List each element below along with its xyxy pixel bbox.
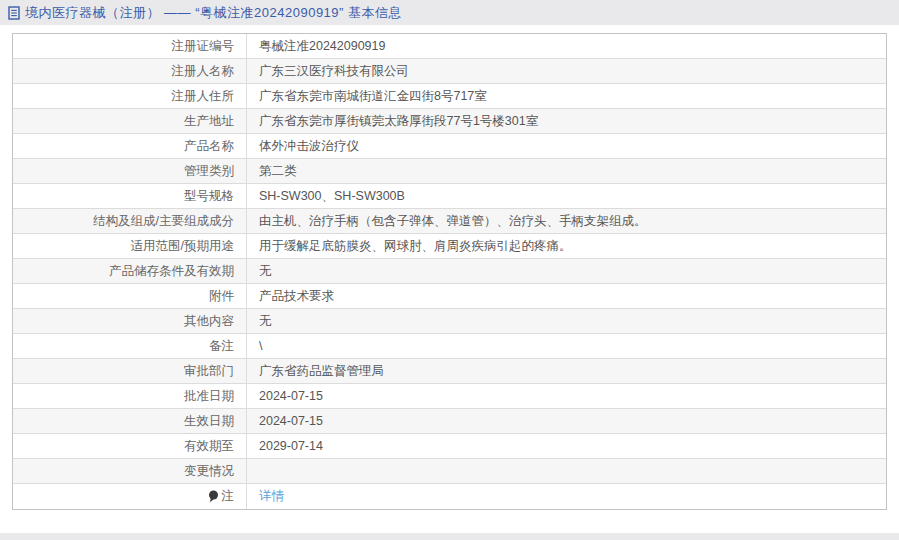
row-value: 无 xyxy=(247,259,886,283)
table-row: 结构及组成/主要组成成分 由主机、治疗手柄（包含子弹体、弹道管）、治疗头、手柄支… xyxy=(13,209,886,234)
table-row: 审批部门 广东省药品监督管理局 xyxy=(13,359,886,384)
row-label-text: 产品名称 xyxy=(184,138,234,155)
page-title: 境内医疗器械（注册） —— “粤械注准20242090919” 基本信息 xyxy=(25,4,402,22)
table-row: 生效日期 2024-07-15 xyxy=(13,409,886,434)
row-label-text: 其他内容 xyxy=(184,313,234,330)
table-row: 注册证编号 粤械注准20242090919 xyxy=(13,34,886,59)
row-label-text: 型号规格 xyxy=(184,188,234,205)
details-link[interactable]: 详情 xyxy=(247,484,886,509)
row-label-text: 适用范围/预期用途 xyxy=(131,238,234,255)
table-row: 注册人名称 广东三汉医疗科技有限公司 xyxy=(13,59,886,84)
row-label-text: 批准日期 xyxy=(184,388,234,405)
table-row: 有效期至 2029-07-14 xyxy=(13,434,886,459)
row-label-text: 生效日期 xyxy=(184,413,234,430)
table-row: 注册人住所 广东省东莞市南城街道汇金四街8号717室 xyxy=(13,84,886,109)
table-row: 附件 产品技术要求 xyxy=(13,284,886,309)
row-label-text: 生产地址 xyxy=(184,113,234,130)
row-value: 广东省东莞市南城街道汇金四街8号717室 xyxy=(247,84,886,108)
row-label: 注册人住所 xyxy=(13,84,247,108)
row-value: 用于缓解足底筋膜炎、网球肘、肩周炎疾病引起的疼痛。 xyxy=(247,234,886,258)
registration-info-table: 注册证编号 粤械注准20242090919 注册人名称 广东三汉医疗科技有限公司 xyxy=(12,33,887,510)
row-value: 由主机、治疗手柄（包含子弹体、弹道管）、治疗头、手柄支架组成。 xyxy=(247,209,886,233)
row-label-text: 注册证编号 xyxy=(172,38,235,55)
row-label-text: 结构及组成/主要组成成分 xyxy=(93,213,234,230)
row-value: 第二类 xyxy=(247,159,886,183)
row-label: 管理类别 xyxy=(13,159,247,183)
row-value: 粤械注准20242090919 xyxy=(247,34,886,58)
row-value: 产品技术要求 xyxy=(247,284,886,308)
note-balloon-icon xyxy=(208,490,219,503)
row-label: 附件 xyxy=(13,284,247,308)
table-row: 其他内容 无 xyxy=(13,309,886,334)
row-label: 适用范围/预期用途 xyxy=(13,234,247,258)
row-label: 其他内容 xyxy=(13,309,247,333)
row-label: 注册证编号 xyxy=(13,34,247,58)
row-value: 广东省药品监督管理局 xyxy=(247,359,886,383)
row-value: 广东省东莞市厚街镇莞太路厚街段77号1号楼301室 xyxy=(247,109,886,133)
row-label: 结构及组成/主要组成成分 xyxy=(13,209,247,233)
table-row: 备注 \ xyxy=(13,334,886,359)
row-label: 注册人名称 xyxy=(13,59,247,83)
row-label-text: 注册人名称 xyxy=(172,63,235,80)
row-label-text: 注册人住所 xyxy=(172,88,235,105)
table-row: 批准日期 2024-07-15 xyxy=(13,384,886,409)
table-row: 管理类别 第二类 xyxy=(13,159,886,184)
row-label: 变更情况 xyxy=(13,459,247,483)
row-value: 2029-07-14 xyxy=(247,434,886,458)
row-label: 产品名称 xyxy=(13,134,247,158)
table-row: 型号规格 SH-SW300、SH-SW300B xyxy=(13,184,886,209)
row-label: 生效日期 xyxy=(13,409,247,433)
row-label: 审批部门 xyxy=(13,359,247,383)
row-label: 备注 xyxy=(13,334,247,358)
table-row: 生产地址 广东省东莞市厚街镇莞太路厚街段77号1号楼301室 xyxy=(13,109,886,134)
row-value: 体外冲击波治疗仪 xyxy=(247,134,886,158)
row-value: SH-SW300、SH-SW300B xyxy=(247,184,886,208)
row-value: 2024-07-15 xyxy=(247,384,886,408)
table-row: 注 详情 xyxy=(13,484,886,509)
row-label: 型号规格 xyxy=(13,184,247,208)
row-value: 2024-07-15 xyxy=(247,409,886,433)
row-label-text: 变更情况 xyxy=(184,463,234,480)
footer-strip xyxy=(0,533,899,540)
row-value: 无 xyxy=(247,309,886,333)
row-label-text: 附件 xyxy=(209,288,234,305)
row-value xyxy=(247,459,886,483)
table-row: 变更情况 xyxy=(13,459,886,484)
table-row: 产品储存条件及有效期 无 xyxy=(13,259,886,284)
table-row: 适用范围/预期用途 用于缓解足底筋膜炎、网球肘、肩周炎疾病引起的疼痛。 xyxy=(13,234,886,259)
row-label: 产品储存条件及有效期 xyxy=(13,259,247,283)
row-label-text: 注 xyxy=(222,488,235,505)
row-label-text: 审批部门 xyxy=(184,363,234,380)
row-label: 有效期至 xyxy=(13,434,247,458)
row-label: 批准日期 xyxy=(13,384,247,408)
row-label-text: 管理类别 xyxy=(184,163,234,180)
table-row: 产品名称 体外冲击波治疗仪 xyxy=(13,134,886,159)
row-label: 注 xyxy=(13,484,247,509)
row-label-text: 有效期至 xyxy=(184,438,234,455)
row-label-text: 产品储存条件及有效期 xyxy=(109,263,234,280)
page-header: 境内医疗器械（注册） —— “粤械注准20242090919” 基本信息 xyxy=(0,0,899,25)
row-label-text: 备注 xyxy=(209,338,234,355)
row-label: 生产地址 xyxy=(13,109,247,133)
row-value: \ xyxy=(247,334,886,358)
row-value: 广东三汉医疗科技有限公司 xyxy=(247,59,886,83)
document-icon xyxy=(8,6,21,20)
